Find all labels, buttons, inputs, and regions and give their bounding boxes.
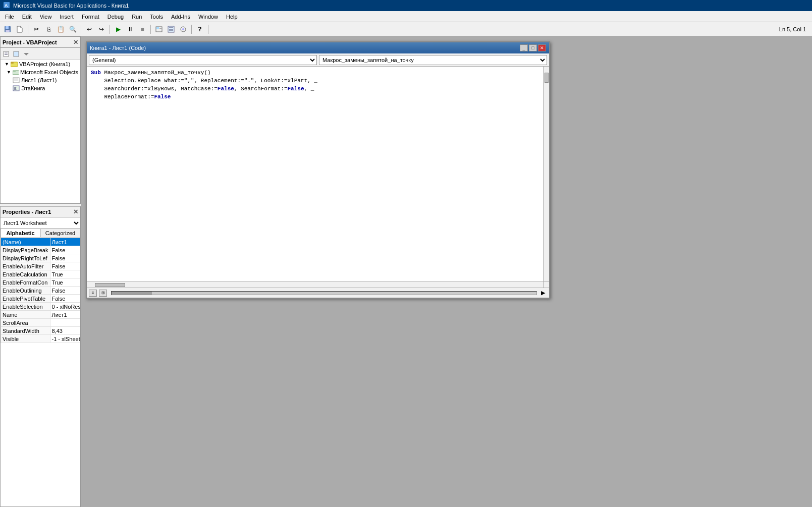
code-scrollbar-vertical[interactable]	[543, 67, 549, 281]
project-panel-close[interactable]: ✕	[73, 39, 78, 46]
code-scrollbar-horizontal[interactable]	[87, 281, 543, 288]
props-table-row[interactable]: StandardWidth8,43	[1, 327, 81, 335]
tree-item-vbaproject[interactable]: ▼ VBAProject (Книга1)	[1, 60, 80, 68]
project-panel-title: Project - VBAProject	[3, 39, 57, 45]
props-table-row[interactable]: EnablePivotTableFalse	[1, 295, 81, 303]
props-table-row[interactable]: ScrollArea	[1, 319, 81, 327]
tree-expand-icon: ▼	[5, 62, 9, 67]
scrollbar-thumb-v[interactable]	[545, 73, 549, 83]
props-cell-value: -1 - xlSheetVisib	[50, 335, 81, 343]
menu-run[interactable]: Run	[128, 13, 146, 21]
toolbar-help-btn[interactable]: ?	[194, 24, 205, 35]
code-proc-dropdown[interactable]: Макрос_замены_запятой_на_точку	[319, 55, 547, 65]
svg-marker-5	[17, 26, 22, 32]
props-table-row[interactable]: NameЛист1	[1, 311, 81, 319]
menu-debug[interactable]: Debug	[103, 13, 128, 21]
workbook-icon: E	[13, 85, 20, 91]
props-panel-header: Properties - Лист1 ✕	[0, 206, 81, 217]
code-window-title: Книга1 - Лист1 (Code)	[90, 45, 146, 51]
menu-view[interactable]: View	[36, 13, 56, 21]
sheet-icon	[13, 77, 20, 83]
props-table-row[interactable]: EnableCalculationTrue	[1, 270, 81, 278]
props-table-row[interactable]: EnableOutliningFalse	[1, 287, 81, 295]
props-cell-value: Лист1	[50, 238, 81, 246]
props-panel-close[interactable]: ✕	[73, 208, 78, 215]
props-table-row[interactable]: Visible-1 - xlSheetVisib	[1, 335, 81, 343]
menu-help[interactable]: Help	[222, 13, 242, 21]
tree-item-excel-objects[interactable]: ▼ Microsoft Excel Objects	[1, 68, 80, 76]
props-object-select[interactable]: Лист1 Worksheet	[1, 217, 80, 229]
tree-item-thisworkbook[interactable]: E ЭтаКнига	[1, 84, 80, 92]
toolbar-break-btn[interactable]: ⏸	[125, 24, 136, 35]
tree-sheet1-label: Лист1 (Лист1)	[21, 77, 57, 83]
tree-item-sheet1[interactable]: Лист1 (Лист1)	[1, 76, 80, 84]
toolbar-redo-btn[interactable]: ↪	[96, 24, 107, 35]
toolbar-run-btn[interactable]: ▶	[113, 24, 124, 35]
scrollbar-thumb-h[interactable]	[95, 283, 125, 287]
props-cell-name: EnableSelection	[1, 303, 50, 311]
svg-text:E: E	[14, 87, 17, 90]
menu-file[interactable]: File	[1, 13, 18, 21]
code-content[interactable]: Sub Макрос_замены_запятой_на_точку() Sel…	[87, 67, 543, 119]
toolbar-sep-4	[150, 25, 151, 34]
toolbar-find-btn[interactable]: 🔍	[67, 24, 78, 35]
toolbar-save-btn[interactable]	[2, 24, 13, 35]
props-cell-name: StandardWidth	[1, 327, 50, 335]
code-editor-area[interactable]: Sub Макрос_замены_запятой_на_точку() Sel…	[87, 67, 549, 288]
props-tab-categorized[interactable]: Categorized	[40, 229, 80, 237]
props-table-row[interactable]: DisplayPageBreakFalse	[1, 246, 81, 254]
h-scroll-right[interactable]: ▶	[541, 290, 547, 296]
toolbar-sep-6	[208, 25, 208, 34]
toolbar-obj-browser-btn[interactable]	[178, 24, 189, 35]
menu-insert[interactable]: Insert	[56, 13, 78, 21]
code-close-btn[interactable]: ✕	[538, 44, 546, 51]
toolbar-undo-btn[interactable]: ↩	[84, 24, 95, 35]
menu-window[interactable]: Window	[194, 13, 222, 21]
props-cell-name: EnableCalculation	[1, 270, 50, 278]
toolbar-stop-btn[interactable]: ■	[137, 24, 148, 35]
toolbar-paste-btn[interactable]: 📋	[55, 24, 66, 35]
view-proc-btn[interactable]: ≡	[89, 290, 97, 297]
toolbar-new-btn[interactable]	[14, 24, 25, 35]
props-table-row[interactable]: EnableSelection0 - xlNoRestricb	[1, 303, 81, 311]
view-module-btn[interactable]: ⊞	[99, 290, 107, 297]
svg-rect-4	[6, 30, 10, 32]
menu-tools[interactable]: Tools	[146, 13, 167, 21]
toolbar-props-btn[interactable]	[166, 24, 177, 35]
props-panel: Лист1 Worksheet Alphabetic Categorized (…	[0, 217, 81, 507]
code-maximize-btn[interactable]: □	[529, 44, 537, 51]
toolbar-sep-2	[81, 25, 81, 34]
props-tabs: Alphabetic Categorized	[1, 229, 80, 238]
left-panel: Project - VBAProject ✕ ▼ VBAProject (	[0, 36, 81, 507]
tree-excel-objects-label: Microsoft Excel Objects	[20, 69, 78, 75]
props-cell-value: 8,43	[50, 327, 81, 335]
code-general-dropdown[interactable]: (General)	[89, 55, 317, 65]
proj-view-object-btn[interactable]	[12, 49, 21, 59]
code-h-scrollbar-track[interactable]	[111, 291, 537, 295]
project-toolbar	[1, 48, 80, 60]
proj-toggle-folders-btn[interactable]	[22, 49, 31, 59]
toolbar-cut-btn[interactable]: ✂	[31, 24, 42, 35]
props-cell-name: DisplayPageBreak	[1, 246, 50, 254]
props-cell-value: 0 - xlNoRestricb	[50, 303, 81, 311]
props-table-row[interactable]: EnableAutoFilterFalse	[1, 262, 81, 270]
project-panel-header: Project - VBAProject ✕	[0, 36, 81, 47]
app-title: Microsoft Visual Basic for Applications …	[13, 3, 129, 9]
toolbar-sep-1	[28, 25, 28, 34]
props-cell-value: False	[50, 262, 81, 270]
toolbar-proj-explorer-btn[interactable]	[153, 24, 165, 35]
menu-addins[interactable]: Add-Ins	[167, 13, 194, 21]
toolbar-copy-btn[interactable]: ⎘	[43, 24, 54, 35]
menu-edit[interactable]: Edit	[18, 13, 36, 21]
props-tab-alphabetic[interactable]: Alphabetic	[1, 229, 40, 237]
props-table-row[interactable]: EnableFormatConTrue	[1, 278, 81, 287]
props-table-row[interactable]: (Name)Лист1	[1, 238, 81, 246]
menu-format[interactable]: Format	[78, 13, 103, 21]
props-table-row[interactable]: DisplayRightToLefFalse	[1, 254, 81, 262]
title-bar: A Microsoft Visual Basic for Application…	[0, 0, 812, 11]
props-cell-name: Visible	[1, 335, 50, 343]
excel-objects-icon	[13, 69, 19, 75]
code-minimize-btn[interactable]: _	[520, 44, 528, 51]
proj-view-code-btn[interactable]	[2, 49, 11, 59]
props-cell-name: ScrollArea	[1, 319, 50, 327]
